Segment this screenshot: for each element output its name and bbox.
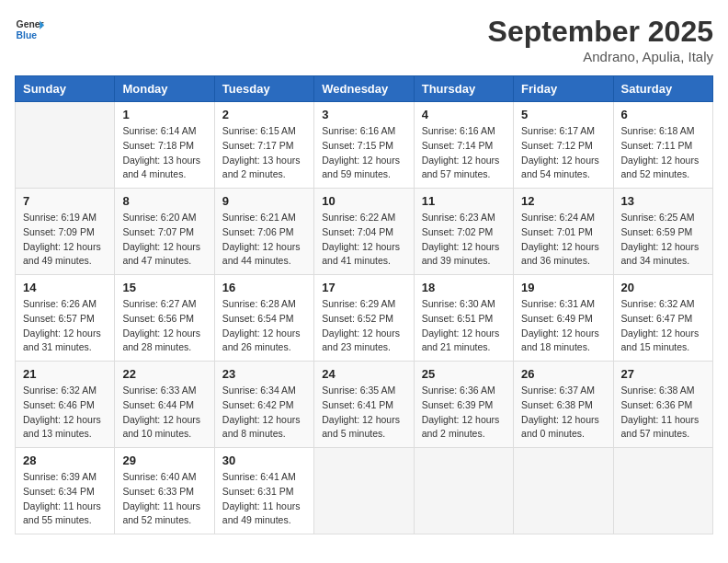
weekday-header-saturday: Saturday xyxy=(613,76,712,102)
calendar-week-row: 28Sunrise: 6:39 AMSunset: 6:34 PMDayligh… xyxy=(16,448,713,534)
calendar-table: SundayMondayTuesdayWednesdayThursdayFrid… xyxy=(15,75,713,534)
calendar-cell: 8Sunrise: 6:20 AMSunset: 7:07 PMDaylight… xyxy=(115,189,214,275)
calendar-week-row: 21Sunrise: 6:32 AMSunset: 6:46 PMDayligh… xyxy=(16,362,713,448)
calendar-cell: 22Sunrise: 6:33 AMSunset: 6:44 PMDayligh… xyxy=(115,362,214,448)
day-number: 16 xyxy=(222,281,306,294)
calendar-cell: 6Sunrise: 6:18 AMSunset: 7:11 PMDaylight… xyxy=(613,102,712,189)
calendar-cell xyxy=(16,102,115,189)
day-number: 13 xyxy=(621,194,705,208)
calendar-cell: 15Sunrise: 6:27 AMSunset: 6:56 PMDayligh… xyxy=(115,275,214,362)
calendar-cell: 27Sunrise: 6:38 AMSunset: 6:36 PMDayligh… xyxy=(613,362,712,448)
day-number: 20 xyxy=(621,281,705,294)
day-number: 24 xyxy=(322,367,405,381)
day-number: 2 xyxy=(222,108,306,121)
day-number: 18 xyxy=(422,281,506,294)
day-info: Sunrise: 6:35 AMSunset: 6:41 PMDaylight:… xyxy=(322,384,405,442)
day-info: Sunrise: 6:18 AMSunset: 7:11 PMDaylight:… xyxy=(621,124,705,182)
day-number: 26 xyxy=(521,367,605,381)
day-number: 6 xyxy=(621,108,705,121)
day-number: 17 xyxy=(322,281,405,294)
weekday-header-monday: Monday xyxy=(115,76,214,102)
day-info: Sunrise: 6:22 AMSunset: 7:04 PMDaylight:… xyxy=(322,211,405,269)
calendar-cell: 10Sunrise: 6:22 AMSunset: 7:04 PMDayligh… xyxy=(314,189,414,275)
calendar-cell: 12Sunrise: 6:24 AMSunset: 7:01 PMDayligh… xyxy=(514,189,613,275)
weekday-header-sunday: Sunday xyxy=(16,76,115,102)
calendar-cell: 7Sunrise: 6:19 AMSunset: 7:09 PMDaylight… xyxy=(16,189,115,275)
calendar-cell: 13Sunrise: 6:25 AMSunset: 6:59 PMDayligh… xyxy=(613,189,712,275)
location: Andrano, Apulia, Italy xyxy=(488,49,713,64)
day-info: Sunrise: 6:21 AMSunset: 7:06 PMDaylight:… xyxy=(222,211,306,269)
day-number: 11 xyxy=(422,194,506,208)
day-info: Sunrise: 6:28 AMSunset: 6:54 PMDaylight:… xyxy=(222,297,306,355)
calendar-week-row: 7Sunrise: 6:19 AMSunset: 7:09 PMDaylight… xyxy=(16,189,713,275)
calendar-cell xyxy=(414,448,513,534)
calendar-week-row: 1Sunrise: 6:14 AMSunset: 7:18 PMDaylight… xyxy=(16,102,713,189)
day-number: 23 xyxy=(222,367,306,381)
day-number: 22 xyxy=(122,367,206,381)
title-block: September 2025 Andrano, Apulia, Italy xyxy=(488,15,713,64)
calendar-header-row: SundayMondayTuesdayWednesdayThursdayFrid… xyxy=(16,76,713,102)
day-number: 25 xyxy=(422,367,506,381)
day-info: Sunrise: 6:24 AMSunset: 7:01 PMDaylight:… xyxy=(521,211,605,269)
day-number: 3 xyxy=(322,108,405,121)
calendar-cell: 19Sunrise: 6:31 AMSunset: 6:49 PMDayligh… xyxy=(514,275,613,362)
day-number: 4 xyxy=(422,108,506,121)
day-info: Sunrise: 6:23 AMSunset: 7:02 PMDaylight:… xyxy=(422,211,506,269)
calendar-body: 1Sunrise: 6:14 AMSunset: 7:18 PMDaylight… xyxy=(16,102,713,534)
calendar-cell: 21Sunrise: 6:32 AMSunset: 6:46 PMDayligh… xyxy=(16,362,115,448)
day-info: Sunrise: 6:30 AMSunset: 6:51 PMDaylight:… xyxy=(422,297,506,355)
day-info: Sunrise: 6:14 AMSunset: 7:18 PMDaylight:… xyxy=(122,124,206,182)
logo-icon: General Blue xyxy=(15,15,44,44)
calendar-cell: 2Sunrise: 6:15 AMSunset: 7:17 PMDaylight… xyxy=(214,102,313,189)
day-info: Sunrise: 6:27 AMSunset: 6:56 PMDaylight:… xyxy=(122,297,206,355)
calendar-cell: 26Sunrise: 6:37 AMSunset: 6:38 PMDayligh… xyxy=(514,362,613,448)
weekday-header-tuesday: Tuesday xyxy=(214,76,313,102)
svg-text:Blue: Blue xyxy=(17,30,38,40)
calendar-cell: 16Sunrise: 6:28 AMSunset: 6:54 PMDayligh… xyxy=(214,275,313,362)
day-info: Sunrise: 6:17 AMSunset: 7:12 PMDaylight:… xyxy=(521,124,605,182)
day-info: Sunrise: 6:20 AMSunset: 7:07 PMDaylight:… xyxy=(122,211,206,269)
day-info: Sunrise: 6:25 AMSunset: 6:59 PMDaylight:… xyxy=(621,211,705,269)
day-info: Sunrise: 6:37 AMSunset: 6:38 PMDaylight:… xyxy=(521,384,605,442)
day-number: 28 xyxy=(23,454,107,467)
logo: General Blue General Blue xyxy=(15,15,44,44)
day-info: Sunrise: 6:39 AMSunset: 6:34 PMDaylight:… xyxy=(23,470,107,528)
day-number: 21 xyxy=(23,367,107,381)
weekday-header-thursday: Thursday xyxy=(414,76,513,102)
calendar-cell: 9Sunrise: 6:21 AMSunset: 7:06 PMDaylight… xyxy=(214,189,313,275)
day-info: Sunrise: 6:31 AMSunset: 6:49 PMDaylight:… xyxy=(521,297,605,355)
day-info: Sunrise: 6:16 AMSunset: 7:14 PMDaylight:… xyxy=(422,124,506,182)
day-number: 15 xyxy=(122,281,206,294)
day-info: Sunrise: 6:32 AMSunset: 6:46 PMDaylight:… xyxy=(23,384,107,442)
day-info: Sunrise: 6:19 AMSunset: 7:09 PMDaylight:… xyxy=(23,211,107,269)
day-number: 5 xyxy=(521,108,605,121)
calendar-cell: 20Sunrise: 6:32 AMSunset: 6:47 PMDayligh… xyxy=(613,275,712,362)
day-info: Sunrise: 6:26 AMSunset: 6:57 PMDaylight:… xyxy=(23,297,107,355)
calendar-cell xyxy=(613,448,712,534)
day-info: Sunrise: 6:32 AMSunset: 6:47 PMDaylight:… xyxy=(621,297,705,355)
day-info: Sunrise: 6:15 AMSunset: 7:17 PMDaylight:… xyxy=(222,124,306,182)
calendar-cell: 14Sunrise: 6:26 AMSunset: 6:57 PMDayligh… xyxy=(16,275,115,362)
day-number: 9 xyxy=(222,194,306,208)
calendar-cell xyxy=(314,448,414,534)
calendar-cell: 23Sunrise: 6:34 AMSunset: 6:42 PMDayligh… xyxy=(214,362,313,448)
calendar-cell xyxy=(514,448,613,534)
day-number: 7 xyxy=(23,194,107,208)
day-info: Sunrise: 6:33 AMSunset: 6:44 PMDaylight:… xyxy=(122,384,206,442)
calendar-cell: 18Sunrise: 6:30 AMSunset: 6:51 PMDayligh… xyxy=(414,275,513,362)
month-title: September 2025 xyxy=(488,15,713,49)
calendar-cell: 17Sunrise: 6:29 AMSunset: 6:52 PMDayligh… xyxy=(314,275,414,362)
calendar-cell: 28Sunrise: 6:39 AMSunset: 6:34 PMDayligh… xyxy=(16,448,115,534)
day-info: Sunrise: 6:29 AMSunset: 6:52 PMDaylight:… xyxy=(322,297,405,355)
calendar-cell: 24Sunrise: 6:35 AMSunset: 6:41 PMDayligh… xyxy=(314,362,414,448)
day-number: 30 xyxy=(222,454,306,467)
calendar-cell: 11Sunrise: 6:23 AMSunset: 7:02 PMDayligh… xyxy=(414,189,513,275)
day-number: 27 xyxy=(621,367,705,381)
day-number: 8 xyxy=(122,194,206,208)
weekday-header-friday: Friday xyxy=(514,76,613,102)
day-info: Sunrise: 6:38 AMSunset: 6:36 PMDaylight:… xyxy=(621,384,705,442)
page-header: General Blue General Blue September 2025… xyxy=(15,15,713,64)
day-info: Sunrise: 6:40 AMSunset: 6:33 PMDaylight:… xyxy=(122,470,206,528)
day-info: Sunrise: 6:16 AMSunset: 7:15 PMDaylight:… xyxy=(322,124,405,182)
day-number: 10 xyxy=(322,194,405,208)
